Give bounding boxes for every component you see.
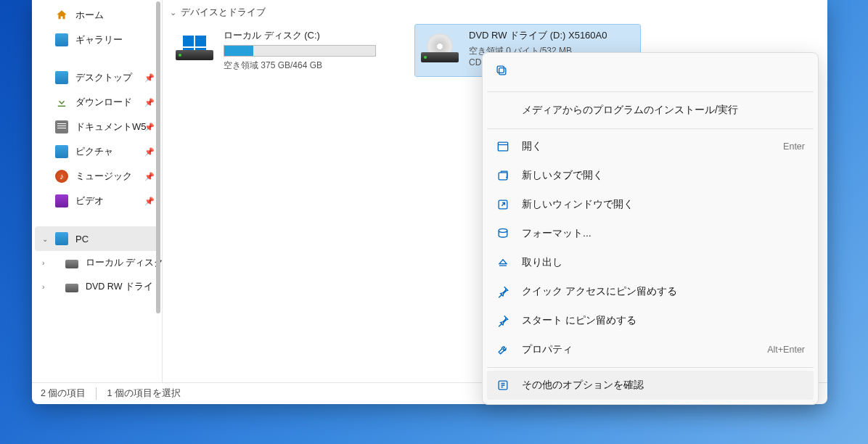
music-icon: ♪ <box>55 170 68 183</box>
new-window-icon <box>496 197 510 212</box>
eject-icon <box>496 255 510 270</box>
sidebar-label: デスクトップ <box>75 71 132 84</box>
context-menu-pin-quick-access[interactable]: クイック アクセスにピン留めする <box>487 277 814 306</box>
menu-accelerator: Enter <box>783 141 805 152</box>
sidebar-item-home[interactable]: ホーム <box>32 3 162 28</box>
svg-point-6 <box>499 229 507 232</box>
menu-label: 新しいタブで開く <box>522 169 805 182</box>
sidebar-item-music[interactable]: ♪ ミュージック 📌 <box>32 164 162 189</box>
pin-icon: 📌 <box>144 147 155 157</box>
sidebar-label: ドキュメントW5 <box>75 120 147 133</box>
video-icon <box>55 194 68 207</box>
copy-icon[interactable] <box>494 63 509 78</box>
sidebar: ホーム ギャラリー デスクトップ 📌 ダウンロード 📌 ドキュメントW5 📌 <box>32 0 163 382</box>
drive-c[interactable]: ローカル ディスク (C:) 空き領域 375 GB/464 GB <box>170 25 395 76</box>
context-menu-open-window[interactable]: 新しいウィンドウで開く <box>487 190 814 219</box>
pin-icon: 📌 <box>144 123 155 132</box>
chevron-right-icon: › <box>42 259 44 267</box>
properties-icon <box>496 342 510 357</box>
context-menu-properties[interactable]: プロパティ Alt+Enter <box>487 335 814 364</box>
sidebar-scrollbar[interactable] <box>156 1 160 313</box>
chevron-right-icon: › <box>42 283 44 291</box>
context-menu-quick-actions <box>487 57 814 89</box>
sidebar-item-local-disk[interactable]: › ローカル ディスク <box>32 251 162 275</box>
download-icon <box>55 96 68 109</box>
pin-icon <box>496 313 510 328</box>
status-selected-count: 1 個の項目を選択 <box>96 387 180 400</box>
pin-icon: 📌 <box>144 73 155 83</box>
new-tab-icon <box>496 168 510 183</box>
sidebar-label: ミュージック <box>75 170 132 183</box>
pin-icon <box>496 284 510 299</box>
context-menu-more-options[interactable]: その他のオプションを確認 <box>487 371 814 400</box>
drive-c-icon <box>176 29 213 67</box>
sidebar-item-video[interactable]: ビデオ 📌 <box>32 189 162 213</box>
menu-label: 取り出し <box>522 256 805 269</box>
chevron-down-icon: ⌄ <box>170 8 176 17</box>
home-icon <box>55 9 68 22</box>
chevron-down-icon: ⌄ <box>42 235 48 243</box>
menu-label: 新しいウィンドウで開く <box>522 198 805 211</box>
desktop-icon <box>55 71 68 84</box>
pin-icon: 📌 <box>144 172 155 181</box>
sidebar-item-gallery[interactable]: ギャラリー <box>32 28 162 52</box>
menu-label: メディアからのプログラムのインストール/実行 <box>522 104 738 115</box>
svg-rect-4 <box>499 173 507 180</box>
context-menu-pin-start[interactable]: スタート にピン留めする <box>487 306 814 335</box>
context-menu-eject[interactable]: 取り出し <box>487 248 814 277</box>
context-menu-open[interactable]: 開く Enter <box>487 132 814 161</box>
picture-icon <box>55 145 68 158</box>
pin-icon: 📌 <box>144 98 155 107</box>
menu-label: その他のオプションを確認 <box>522 379 805 392</box>
drive-free-space: 空き領域 375 GB/464 GB <box>224 59 389 72</box>
format-icon <box>496 226 510 241</box>
pc-icon <box>55 232 68 245</box>
svg-rect-2 <box>498 142 507 151</box>
svg-rect-0 <box>499 68 506 75</box>
sidebar-item-desktop[interactable]: デスクトップ 📌 <box>32 65 162 90</box>
pin-icon: 📌 <box>144 197 155 206</box>
drive-usage-bar <box>224 45 376 57</box>
section-header[interactable]: ⌄ デバイスとドライブ <box>170 3 820 25</box>
more-options-icon <box>496 378 510 392</box>
status-item-count: 2 個の項目 <box>41 387 86 400</box>
drive-name: ローカル ディスク (C:) <box>224 29 389 42</box>
context-menu-format[interactable]: フォーマット... <box>487 219 814 248</box>
section-title: デバイスとドライブ <box>181 6 266 19</box>
menu-label: 開く <box>522 140 771 153</box>
sidebar-item-dvd-drive[interactable]: › DVD RW ドライ <box>32 275 162 299</box>
document-icon <box>55 120 68 133</box>
drive-name: DVD RW ドライブ (D:) X5160A0 <box>469 29 634 42</box>
sidebar-label: ホーム <box>75 9 104 22</box>
sidebar-label: PC <box>75 234 89 244</box>
drive-usage-fill <box>224 46 253 56</box>
sidebar-label: ローカル ディスク <box>86 257 162 269</box>
menu-label: クイック アクセスにピン留めする <box>522 285 805 298</box>
sidebar-item-downloads[interactable]: ダウンロード 📌 <box>32 90 162 115</box>
sidebar-label: ピクチャ <box>75 145 113 158</box>
sidebar-label: ビデオ <box>75 194 104 207</box>
menu-label: スタート にピン留めする <box>522 314 805 327</box>
menu-accelerator: Alt+Enter <box>767 345 805 355</box>
svg-rect-1 <box>497 66 504 73</box>
sidebar-item-pc[interactable]: ⌄ PC <box>35 226 159 251</box>
drive-icon <box>65 260 78 268</box>
sidebar-label: DVD RW ドライ <box>86 281 153 293</box>
sidebar-label: ダウンロード <box>75 96 132 109</box>
open-icon <box>496 139 510 154</box>
sidebar-item-pictures[interactable]: ピクチャ 📌 <box>32 139 162 164</box>
drive-icon <box>65 284 78 292</box>
menu-label: プロパティ <box>522 343 756 356</box>
context-menu-open-tab[interactable]: 新しいタブで開く <box>487 161 814 190</box>
sidebar-item-documents[interactable]: ドキュメントW5 📌 <box>32 115 162 139</box>
drive-d-icon <box>421 29 459 67</box>
sidebar-label: ギャラリー <box>75 33 123 46</box>
context-menu: メディアからのプログラムのインストール/実行 開く Enter 新しいタブで開く… <box>482 52 819 405</box>
drive-info: ローカル ディスク (C:) 空き領域 375 GB/464 GB <box>224 29 389 72</box>
context-menu-install-run[interactable]: メディアからのプログラムのインストール/実行 <box>487 95 814 126</box>
gallery-icon <box>55 33 68 46</box>
menu-label: フォーマット... <box>522 227 805 240</box>
